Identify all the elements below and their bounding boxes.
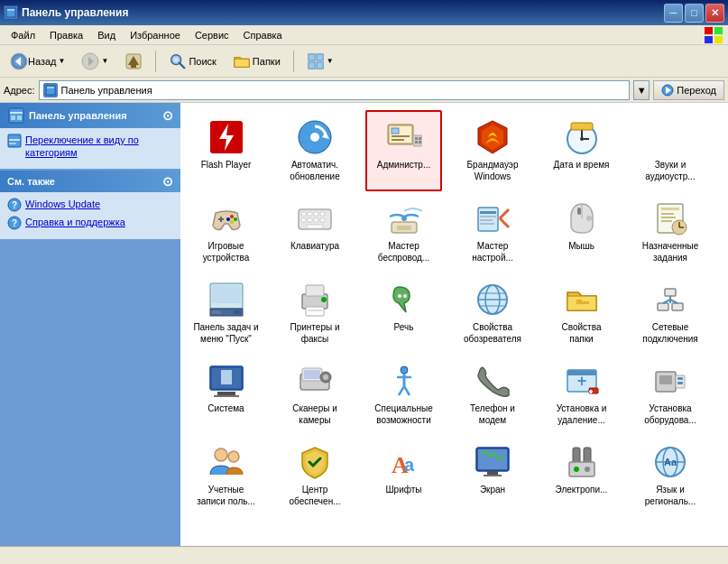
sidebar-windows-update-link[interactable]: ? Windows Update [7,198,173,212]
views-button[interactable]: ▼ [300,49,340,74]
menu-service[interactable]: Сервис [188,28,236,42]
svg-rect-121 [217,392,235,395]
back-button[interactable]: Назад ▼ [4,49,71,74]
svg-rect-18 [309,61,315,68]
folders-button[interactable]: Папки [226,49,287,74]
icon-item-flash[interactable]: Flash Player [188,110,264,191]
search-toolbar-icon [169,52,187,70]
search-button[interactable]: Поиск [162,49,222,74]
svg-rect-19 [317,61,323,68]
svg-point-53 [580,137,584,141]
icon-item-mouse[interactable]: Мышь [543,191,620,273]
svg-point-157 [585,467,590,472]
icon-item-ie[interactable]: Свойства обозревателя [455,273,531,354]
icon-item-setup[interactable]: Мастер настрой... [455,191,531,273]
svg-point-128 [323,374,328,380]
svg-rect-42 [392,128,399,134]
up-button[interactable] [118,49,149,74]
forward-button[interactable]: ▼ [75,49,115,74]
sidebar-help-link[interactable]: ? Справка и поддержка [7,216,173,230]
forward-dropdown-arrow[interactable]: ▼ [101,57,108,65]
go-button[interactable]: Переход [653,80,724,100]
icon-label-firewall: Брандмауэр Windows [460,159,526,182]
svg-rect-95 [212,285,241,303]
icon-label-ie: Свойства обозревателя [460,321,526,345]
icon-item-hardware[interactable]: Установка оборудова... [632,354,709,435]
maximize-button[interactable]: □ [685,4,704,23]
back-dropdown-arrow[interactable]: ▼ [59,57,66,65]
icon-item-wireless[interactable]: Мастер беспровод... [365,191,442,273]
search-label: Поиск [189,56,216,67]
svg-rect-48 [415,141,418,143]
display-icon [475,444,511,480]
svg-rect-43 [392,135,410,137]
icon-item-keyboard[interactable]: Клавиатура [277,191,354,273]
views-toolbar-icon [307,52,325,70]
svg-rect-115 [665,289,676,296]
svg-point-103 [321,297,327,302]
windows-flag-icon [703,26,724,44]
svg-rect-4 [705,36,713,43]
sidebar-category-view-link[interactable]: Переключение к виду по категориям [7,134,173,160]
icon-item-scanner[interactable]: Сканеры и камеры [277,354,354,435]
icon-item-install[interactable]: +Установка и удаление... [543,354,620,435]
svg-rect-126 [304,370,320,379]
minimize-button[interactable]: ─ [664,4,683,23]
svg-point-39 [310,133,319,142]
icon-item-admin[interactable]: Администр... [365,110,442,191]
sidebar-collapse-icon[interactable]: ⊙ [162,108,173,123]
menu-view[interactable]: Вид [90,28,123,42]
menu-favorites[interactable]: Избранное [123,28,188,42]
icon-item-language[interactable]: AaЯзык и региональ... [632,435,709,516]
sidebar-main-title: Панель управления [29,110,127,121]
views-dropdown-arrow[interactable]: ▼ [327,57,334,65]
svg-rect-69 [320,212,325,216]
phone-icon [475,363,511,399]
flash-icon [208,119,244,155]
close-button[interactable]: ✕ [705,4,724,23]
setup-icon [475,200,511,236]
sidebar-main-section: Панель управления ⊙ Переключение к виду … [0,103,180,169]
window-controls: ─ □ ✕ [664,4,724,23]
icon-item-network[interactable]: Сетевые подключения [632,273,709,354]
icon-item-datetime[interactable]: Дата и время [543,110,620,191]
icon-item-fonts[interactable]: AaШрифты [365,435,442,516]
icon-label-fonts: Шрифты [385,484,421,495]
icon-item-accessibility[interactable]: Специальные возможности [365,354,442,435]
svg-rect-76 [397,226,411,230]
sidebar-help-icon: ? [7,216,22,230]
svg-point-63 [226,217,230,221]
svg-point-62 [234,217,237,221]
sidebar-see-also-collapse-icon[interactable]: ⊙ [162,174,173,189]
menu-edit[interactable]: Правка [42,28,90,42]
icon-item-system[interactable]: Система [188,354,264,435]
icon-item-security[interactable]: Центр обеспечен... [277,435,354,516]
icon-item-taskbar[interactable]: Панель задач и меню "Пуск" [188,273,264,354]
icon-item-phone[interactable]: Телефон и модем [455,354,531,435]
icon-item-gamepad[interactable]: Игровые устройства [188,191,264,273]
icon-item-sound[interactable]: Звуки и аудиоустр... [632,110,709,191]
svg-rect-71 [308,218,312,222]
sidebar-main-header: Панель управления ⊙ [0,103,180,128]
icon-item-users[interactable]: Учетные записи поль... [188,435,264,516]
icon-item-update[interactable]: Автоматич. обновление [277,110,354,191]
svg-rect-141 [659,375,672,384]
icon-item-display[interactable]: Экран [455,435,531,516]
menu-help[interactable]: Справка [236,28,290,42]
address-dropdown-button[interactable]: ▼ [633,80,650,100]
menu-file[interactable]: Файл [4,28,42,42]
icon-item-folder[interactable]: Свойства папки [543,273,620,354]
svg-rect-16 [309,53,315,60]
gamepad-icon [208,200,244,236]
svg-text:?: ? [12,218,17,228]
icon-label-folder: Свойства папки [548,321,614,345]
icon-item-speech[interactable]: Речь [365,273,442,354]
icon-item-printer[interactable]: Принтеры и факсы [277,273,354,354]
icon-item-tasks[interactable]: Назначенные задания [632,191,709,273]
icon-label-system: Система [207,402,244,414]
icon-item-firewall[interactable]: Брандмауэр Windows [455,110,531,191]
svg-rect-81 [480,219,493,221]
icon-item-power[interactable]: Электропи... [543,435,620,516]
address-field[interactable]: Панель управления [39,80,631,100]
icon-label-accessibility: Специальные возможности [371,402,437,426]
